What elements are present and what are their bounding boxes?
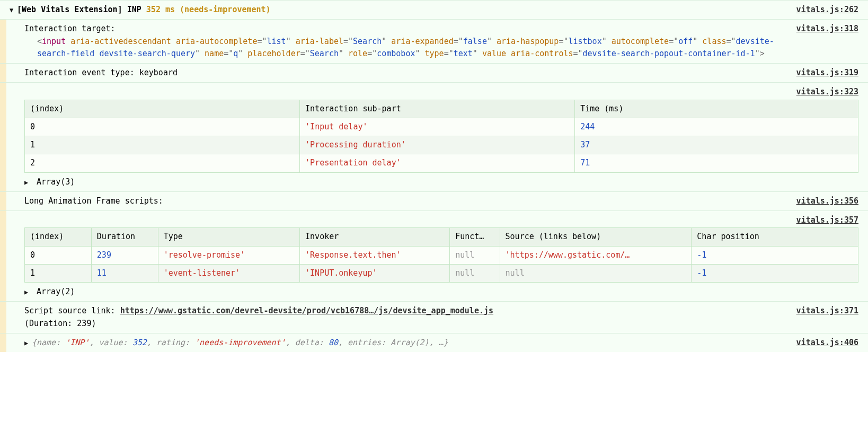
table-row: 1'Processing duration'37 <box>25 136 858 154</box>
source-link[interactable]: vitals.js:318 <box>784 23 858 35</box>
log-entry-laf-table: vitals.js:357 (index)DurationTypeInvoker… <box>0 210 868 301</box>
table-row: 111'event-listener''INPUT.onkeyup'nullnu… <box>25 264 858 282</box>
table-row: 0239'resolve-promise''Response.text.then… <box>25 246 858 264</box>
source-link[interactable]: vitals.js:262 <box>784 4 858 16</box>
table-header: Invoker <box>300 228 450 246</box>
log-group-header[interactable]: [Web Vitals Extension] INP 352 ms (needs… <box>0 0 868 19</box>
log-entry-script-link: Script source link: https://www.gstatic.… <box>0 301 868 333</box>
chevron-down-icon[interactable] <box>10 4 17 16</box>
log-prefix: [Web Vitals Extension] <box>17 5 122 14</box>
log-entry-object[interactable]: {name: 'INP', value: 352, rating: 'needs… <box>0 333 868 352</box>
source-link[interactable]: vitals.js:319 <box>784 67 858 79</box>
source-link[interactable]: vitals.js:323 <box>784 86 858 98</box>
table-header: (index) <box>25 100 300 118</box>
log-entry-event-type: Interaction event type: keyboard vitals.… <box>0 63 868 82</box>
table-header: (index) <box>25 228 92 246</box>
console-log-group: [Web Vitals Extension] INP 352 ms (needs… <box>0 0 868 352</box>
source-link[interactable]: vitals.js:357 <box>784 214 858 226</box>
chevron-right-icon[interactable] <box>24 337 32 349</box>
event-type-text: Interaction event type: keyboard <box>24 67 784 79</box>
table-row: 2'Presentation delay'71 <box>25 154 858 172</box>
table-header: Funct… <box>450 228 500 246</box>
laf-table: (index)DurationTypeInvokerFunct…Source (… <box>24 227 858 283</box>
script-link-duration: (Duration: 239) <box>24 318 784 330</box>
metric-name: INP <box>127 5 141 14</box>
subpart-table: (index)Interaction sub-partTime (ms) 0'I… <box>24 100 858 173</box>
script-link-label: Script source link: <box>24 306 120 315</box>
table-header: Interaction sub-part <box>300 100 575 118</box>
log-entry-laf-label: Long Animation Frame scripts: vitals.js:… <box>0 191 868 210</box>
source-link[interactable]: vitals.js:406 <box>784 337 858 349</box>
log-entry-target: Interaction target: <input aria-activede… <box>0 19 868 63</box>
chevron-right-icon[interactable] <box>24 286 32 298</box>
table-header: Char position <box>692 228 858 246</box>
source-link[interactable]: vitals.js:371 <box>784 305 858 317</box>
source-link[interactable]: vitals.js:356 <box>784 195 858 207</box>
target-html-snippet[interactable]: <input aria-activedescendant aria-autoco… <box>24 36 784 60</box>
table-header: Time (ms) <box>575 100 858 118</box>
script-link-url[interactable]: https://www.gstatic.com/devrel-devsite/p… <box>120 306 493 315</box>
table-header: Type <box>158 228 299 246</box>
laf-label: Long Animation Frame scripts: <box>24 195 784 207</box>
metric-rating: (needs-improvement) <box>180 5 271 14</box>
table-header: Source (links below) <box>500 228 692 246</box>
array-expand[interactable]: Array(3) <box>24 174 858 188</box>
log-entry-subpart-table: vitals.js:323 (index)Interaction sub-par… <box>0 82 868 191</box>
target-label: Interaction target: <box>24 23 784 35</box>
chevron-right-icon[interactable] <box>24 176 32 188</box>
table-row: 0'Input delay'244 <box>25 118 858 136</box>
metric-value: 352 ms <box>146 5 175 14</box>
table-header: Duration <box>91 228 158 246</box>
object-preview[interactable]: {name: 'INP', value: 352, rating: 'needs… <box>32 337 784 349</box>
array-expand[interactable]: Array(2) <box>24 284 858 298</box>
